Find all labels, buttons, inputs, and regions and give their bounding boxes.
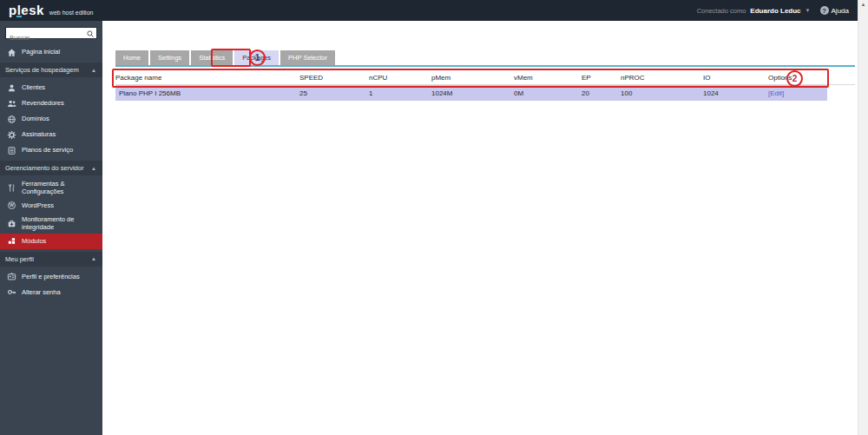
col-header-nproc: nPROC (621, 74, 703, 82)
sidebar-item-label: Assinaturas (22, 130, 56, 138)
cell-pmem: 1024M (431, 89, 514, 97)
table-header-row: Package name SPEED nCPU pMem vMem EP nPR… (115, 71, 855, 85)
sidebar-section-gerenciamento-do-servidor[interactable]: Gerenciamento do servidor ▲ (0, 161, 102, 175)
sidebar-section-servicos-de-hospedagem[interactable]: Serviços de hospedagem ▲ (0, 63, 102, 77)
sidebar-item-monitoramento-de-integridade[interactable]: Monitoramento de integridade (0, 214, 102, 234)
plesk-window: plesk web host edition Conectado como Ed… (0, 0, 868, 435)
col-header-io: IO (703, 74, 768, 82)
sidebar-item-modulos[interactable]: Módulos (0, 234, 102, 249)
user-icon (7, 83, 16, 93)
cell-package-name: Plano PHP I 256MB (115, 89, 299, 97)
tab-bar: Home Settings Statistics Packages PHP Se… (115, 50, 337, 65)
sidebar-item-clientes[interactable]: Clientes (0, 80, 102, 96)
cell-speed: 25 (299, 89, 369, 97)
collapse-caret-icon: ▲ (91, 68, 96, 73)
sidebar-item-revendedores[interactable]: Revendedores (0, 96, 102, 111)
sidebar-item-planos-de-servico[interactable]: Planos de serviço (0, 142, 102, 158)
sidebar-item-label: Módulos (22, 237, 46, 245)
cell-vmem: 0M (514, 89, 582, 97)
user-menu[interactable]: Eduardo Leduc (750, 7, 800, 15)
col-header-ncpu: nCPU (369, 74, 431, 82)
connected-as-label: Conectado como (697, 7, 746, 15)
globe-icon (7, 115, 16, 124)
edition-label: web host edition (49, 10, 94, 16)
sidebar-item-label: Alterar senha (22, 288, 61, 296)
main-content: Home Settings Statistics Packages PHP Se… (102, 21, 858, 435)
table-row-plano-php: Plano PHP I 256MB 25 1 1024M 0M 20 100 1… (115, 85, 855, 101)
col-header-vmem: vMem (514, 74, 582, 82)
section-label: Meu perfil (5, 255, 34, 263)
section-label: Gerenciamento do servidor (5, 164, 83, 172)
sidebar-item-label: Ferramentas & Configurações (22, 180, 95, 196)
sidebar-item-alterar-senha[interactable]: Alterar senha (0, 285, 102, 300)
sidebar-item-label: Página inicial (22, 48, 60, 56)
sidebar-item-assinaturas[interactable]: Assinaturas (0, 127, 102, 142)
sidebar-section-meu-perfil[interactable]: Meu perfil ▲ (0, 252, 102, 267)
help-button[interactable]: ? Ajuda (820, 6, 849, 15)
sidebar-item-label: Monitoramento de integridade (22, 215, 95, 232)
sidebar-item-label: Clientes (22, 83, 45, 91)
tools-icon (7, 183, 16, 193)
service-plans-icon (7, 146, 16, 155)
tab-php-selector[interactable]: PHP Selector (280, 50, 335, 65)
col-header-ep: EP (582, 74, 621, 82)
scroll-up-arrow-icon[interactable]: ▲ (858, 0, 868, 7)
section-label: Serviços de hospedagem (5, 66, 79, 74)
svg-text:W: W (10, 203, 14, 208)
collapse-caret-icon: ▲ (91, 256, 96, 261)
tab-home[interactable]: Home (115, 50, 148, 65)
gear-icon (7, 130, 16, 140)
search-icon (86, 30, 95, 38)
help-label: Ajuda (832, 7, 849, 15)
sidebar-item-wordpress[interactable]: W WordPress (0, 198, 102, 214)
plesk-logo[interactable]: plesk web host edition (9, 1, 93, 20)
sidebar: Página inicial Serviços de hospedagem ▲ … (0, 21, 102, 435)
col-header-options: Options (768, 74, 855, 82)
search-input[interactable] (6, 33, 96, 43)
topbar: plesk web host edition Conectado como Ed… (0, 0, 858, 21)
key-icon (7, 287, 16, 297)
collapse-caret-icon: ▲ (91, 166, 96, 171)
logo-underline-accent (16, 16, 22, 17)
sidebar-search (5, 27, 97, 39)
chevron-down-icon[interactable]: ▼ (806, 8, 811, 13)
cell-nproc: 100 (621, 89, 703, 97)
topbar-right: Conectado como Eduardo Leduc ▼ ? Ajuda (697, 6, 849, 15)
sidebar-item-label: Domínios (22, 115, 49, 122)
edit-link[interactable]: [Edit] (768, 89, 784, 97)
home-icon (7, 48, 16, 57)
profile-icon (7, 272, 16, 281)
cell-ncpu: 1 (369, 89, 431, 97)
col-header-speed: SPEED (299, 74, 369, 82)
sidebar-item-label: WordPress (22, 201, 54, 209)
cell-io: 1024 (703, 89, 768, 97)
sidebar-item-ferramentas-configuracoes[interactable]: Ferramentas & Configurações (0, 178, 102, 198)
tab-underline-accent (115, 65, 855, 67)
wordpress-icon: W (7, 201, 16, 210)
sidebar-item-pagina-inicial[interactable]: Página inicial (0, 44, 102, 60)
users-icon (7, 99, 16, 109)
tab-statistics[interactable]: Statistics (191, 50, 233, 65)
col-header-pmem: pMem (431, 74, 514, 82)
scrollbar[interactable]: ▲ (858, 0, 868, 435)
sidebar-item-label: Revendedores (22, 99, 64, 107)
logo-text: plesk (9, 1, 44, 20)
sidebar-item-label: Planos de serviço (22, 146, 73, 154)
sidebar-item-dominios[interactable]: Domínios (0, 111, 102, 127)
tab-packages[interactable]: Packages (234, 50, 279, 65)
sidebar-item-perfil-e-preferencias[interactable]: Perfil e preferências (0, 269, 102, 285)
modules-icon (7, 236, 16, 246)
health-icon (7, 219, 16, 228)
sidebar-item-label: Perfil e preferências (22, 273, 80, 280)
question-mark-icon: ? (820, 6, 829, 15)
cell-ep: 20 (582, 89, 621, 97)
col-header-package-name: Package name (115, 74, 299, 82)
tab-settings[interactable]: Settings (150, 50, 189, 65)
packages-table: Package name SPEED nCPU pMem vMem EP nPR… (115, 71, 855, 101)
